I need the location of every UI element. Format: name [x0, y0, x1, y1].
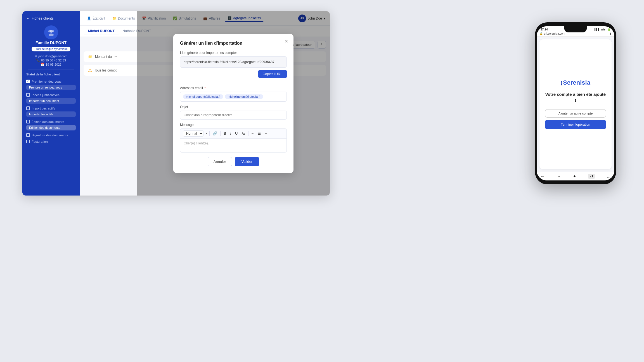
toolbar-sep-2	[220, 131, 221, 136]
phone-time: 17:24	[541, 28, 548, 31]
phone-success-title: Votre compte a bien été ajouté !	[545, 91, 606, 103]
phone-logo: ( Serenisia	[561, 79, 590, 86]
step-2-checkbox	[26, 93, 30, 97]
step-1-checkbox	[26, 80, 30, 83]
phone-forward-btn[interactable]: →	[557, 174, 561, 178]
step-4-row: Édition des documents	[26, 120, 76, 123]
date-value: 19-05-2022	[46, 63, 61, 66]
person-icon: 👤	[87, 16, 91, 20]
phone-status-icons: ▌▌▌ WiFi 🔋	[595, 28, 610, 31]
phone-icon: 📞	[36, 58, 40, 62]
sidebar-step-3: Import des actifs Importer les actifs	[22, 105, 80, 118]
toolbar-align-left-btn[interactable]: ≡	[251, 131, 255, 136]
modal-footer: Annuler Valider	[180, 157, 287, 166]
sidebar-step-5: Signature des documents	[22, 132, 80, 138]
modal-generer-lien: Générer un lien d'importation ✕ Lien gén…	[173, 34, 293, 173]
modal-close-btn[interactable]: ✕	[283, 38, 290, 45]
step-3-label: Import des actifs	[32, 107, 55, 110]
toolbar-underline-btn[interactable]: U	[234, 131, 238, 136]
phone-info: 📞 06 99 60 45 32 33	[36, 58, 66, 62]
phone-logo-text: Serenisia	[563, 79, 590, 86]
date-info: 📅 19-05-2022	[41, 63, 61, 66]
step-5-row: Signature des documents	[26, 133, 76, 137]
toolbar-sep-3	[248, 131, 248, 136]
modal-title: Générer un lien d'importation	[180, 41, 287, 46]
phone-tabs-btn[interactable]: 21	[588, 174, 595, 179]
step-6-checkbox	[26, 140, 30, 143]
toolbar-italic-btn[interactable]: I	[229, 131, 232, 136]
objet-label: Objet	[180, 105, 287, 109]
phone-value: 06 99 60 45 32 33	[41, 59, 66, 62]
url-value: https://serenisia.fletesia.fr/#/clients/…	[184, 60, 274, 64]
step-4-btn[interactable]: Édition des documents	[26, 125, 76, 130]
step-1-row: Premier rendez-vous	[26, 80, 76, 83]
warning-text: Tous les compt	[94, 68, 117, 72]
cancel-btn[interactable]: Annuler	[208, 157, 232, 166]
sidebar: ← Fiches clients Famille DUPONT Profil d…	[22, 11, 80, 196]
risk-badge: Profil de risque dynamique	[32, 47, 70, 51]
email-label: Adresses email *	[180, 86, 287, 90]
required-star: *	[203, 86, 206, 90]
sidebar-step-1: Premier rendez-vous Prendre un rendez-vo…	[22, 78, 80, 92]
sidebar-step-6: Facturation	[22, 138, 80, 145]
nav-tab-documents[interactable]: 📁 Documents	[110, 15, 138, 22]
phone-more-btn[interactable]: ...	[607, 174, 610, 178]
phone-screen: 17:24 ▌▌▌ WiFi 🔋 🔒 url.serenisia.com ⬆ (…	[537, 26, 614, 180]
format-select[interactable]: Normal	[183, 130, 203, 137]
email-icon: ✉	[35, 54, 37, 58]
validate-btn[interactable]: Valider	[235, 157, 259, 166]
phone-add-account-btn[interactable]: Ajouter un autre compte	[545, 109, 606, 118]
step-1-label: Premier rendez-vous	[32, 80, 61, 83]
url-label: Lien généré pour importer les comptes	[180, 51, 287, 55]
email-tag-2: micheline.dp@fletesia.fr	[225, 94, 263, 99]
svg-point-2	[48, 30, 51, 32]
chevron-select-icon: ▾	[206, 132, 207, 135]
toolbar-bold-btn[interactable]: B	[223, 131, 227, 136]
wifi-icon: WiFi	[601, 28, 606, 31]
toolbar-font-size-btn[interactable]: A±	[241, 132, 246, 135]
message-label: Message	[180, 123, 287, 127]
toolbar-align-center-btn[interactable]: ☰	[257, 131, 262, 136]
message-content[interactable]: Cher(e) client(e).	[180, 139, 287, 153]
sidebar-back-label: Fiches clients	[32, 16, 54, 20]
step-3-row: Import des actifs	[26, 106, 76, 110]
sidebar-step-4: Édition des documents Édition des docume…	[22, 118, 80, 132]
phone-finish-btn[interactable]: Terminer l'opération	[545, 120, 606, 129]
phone-mockup: 17:24 ▌▌▌ WiFi 🔋 🔒 url.serenisia.com ⬆ (…	[535, 22, 616, 184]
step-2-btn[interactable]: Importer un document	[26, 98, 76, 104]
sidebar-back-link[interactable]: ← Fiches clients	[22, 16, 80, 23]
step-5-label: Signature des documents	[32, 134, 68, 137]
objet-input[interactable]	[180, 111, 287, 120]
toolbar-align-right-btn[interactable]: ≡	[264, 131, 268, 136]
phone-plus-btn[interactable]: +	[573, 174, 576, 178]
phone-content: ( Serenisia Votre compte a bien été ajou…	[539, 39, 612, 169]
step-6-row: Facturation	[26, 140, 76, 143]
email-tags-container[interactable]: michel.dupont@fletesia.fr micheline.dp@f…	[180, 92, 287, 102]
main-content: 👤 État civil 📁 Documents 📅 Planification…	[80, 11, 330, 196]
folder-card-icon: 📁	[88, 55, 92, 59]
email-tag-1: michel.dupont@fletesia.fr	[183, 94, 223, 99]
copy-url-btn[interactable]: Copier l'URL	[258, 70, 287, 78]
date-icon: 📅	[41, 63, 44, 66]
email-value: john.doe@gmail.com	[38, 54, 67, 58]
step-3-btn[interactable]: Importer les actifs	[26, 111, 76, 117]
email-info: ✉ john.doe@gmail.com	[35, 54, 67, 58]
sub-tab-michel[interactable]: Michel DUPONT	[84, 27, 119, 35]
battery-icon: 🔋	[607, 28, 610, 31]
sidebar-step-2: Pièces justificatives Importer un docume…	[22, 92, 80, 105]
nav-tab-etat-civil[interactable]: 👤 État civil	[84, 15, 108, 22]
nav-tab-documents-label: Documents	[118, 16, 135, 20]
phone-notch	[564, 26, 587, 32]
step-6-label: Facturation	[32, 140, 48, 143]
warning-icon: ⚠	[88, 68, 92, 73]
rich-toolbar: Normal ▾ 🔗 B I U A± ≡ ☰ ≡	[180, 128, 287, 139]
step-1-btn[interactable]: Prendre un rendez-vous	[26, 85, 76, 90]
back-arrow-icon: ←	[26, 16, 30, 20]
montant-label: Montant du	[95, 55, 112, 59]
toolbar-link-btn[interactable]: 🔗	[212, 131, 218, 136]
nav-tab-etat-civil-label: État civil	[93, 16, 105, 20]
phone-url: url.serenisia.com	[544, 32, 565, 35]
phone-back-btn[interactable]: ←	[541, 174, 544, 178]
signal-icon: ▌▌▌	[595, 28, 600, 31]
step-2-row: Pièces justificatives	[26, 93, 76, 97]
